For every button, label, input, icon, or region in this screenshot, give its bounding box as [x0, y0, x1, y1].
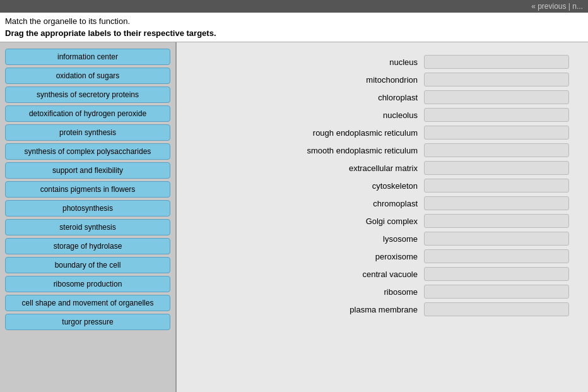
drag-label-5[interactable]: synthesis of complex polysaccharides: [5, 143, 170, 160]
match-row-10: lysosome: [196, 232, 569, 246]
organelle-label-1: mitochondrion: [279, 75, 418, 85]
drag-label-0[interactable]: information center: [5, 49, 170, 65]
match-row-9: Golgi complex: [196, 214, 569, 228]
match-row-6: extracellular matrix: [196, 161, 569, 175]
drag-label-9[interactable]: steroid synthesis: [5, 219, 170, 235]
match-row-3: nucleolus: [196, 108, 569, 122]
drop-target-2[interactable]: [424, 90, 569, 104]
match-row-0: nucleus: [196, 55, 569, 69]
match-row-2: chloroplast: [196, 90, 569, 104]
instruction-area: Match the organelle to its function. Dra…: [0, 13, 588, 42]
drag-label-14[interactable]: turgor pressure: [5, 314, 170, 330]
drop-target-9[interactable]: [424, 214, 569, 228]
drop-target-11[interactable]: [424, 249, 569, 263]
drop-target-1[interactable]: [424, 73, 569, 86]
main-container: information centeroxidation of sugarssyn…: [0, 42, 588, 392]
match-row-5: smooth endoplasmic reticulum: [196, 143, 569, 157]
drop-target-4[interactable]: [424, 126, 569, 140]
match-row-14: plasma membrane: [196, 302, 569, 316]
drag-label-3[interactable]: detoxification of hydrogen peroxide: [5, 105, 170, 122]
drag-label-13[interactable]: cell shape and movement of organelles: [5, 295, 170, 311]
right-panel: nucleusmitochondrionchloroplastnucleolus…: [177, 42, 588, 392]
organelle-label-3: nucleolus: [279, 110, 418, 120]
drag-label-6[interactable]: support and flexibility: [5, 162, 170, 179]
match-row-7: cytoskeleton: [196, 179, 569, 193]
drop-target-5[interactable]: [424, 143, 569, 157]
organelle-label-0: nucleus: [279, 57, 418, 67]
organelle-label-11: peroxisome: [279, 252, 418, 261]
organelle-label-6: extracellular matrix: [279, 163, 418, 173]
drop-target-6[interactable]: [424, 161, 569, 175]
match-row-13: ribosome: [196, 285, 569, 299]
organelle-label-5: smooth endoplasmic reticulum: [279, 146, 418, 155]
match-row-1: mitochondrion: [196, 73, 569, 86]
drop-target-0[interactable]: [424, 55, 569, 69]
drag-label-11[interactable]: boundary of the cell: [5, 257, 170, 273]
drop-target-14[interactable]: [424, 302, 569, 316]
drop-target-10[interactable]: [424, 232, 569, 246]
instruction-line1: Match the organelle to its function.: [5, 16, 583, 26]
organelle-label-9: Golgi complex: [279, 217, 418, 226]
organelle-label-4: rough endoplasmic reticulum: [279, 128, 418, 138]
left-panel: information centeroxidation of sugarssyn…: [0, 42, 177, 392]
drop-target-13[interactable]: [424, 285, 569, 299]
drag-label-12[interactable]: ribosome production: [5, 276, 170, 292]
organelle-label-7: cytoskeleton: [279, 181, 418, 191]
match-row-11: peroxisome: [196, 249, 569, 263]
top-bar: « previous | n...: [0, 0, 588, 13]
drag-label-4[interactable]: protein synthesis: [5, 124, 170, 141]
drop-target-7[interactable]: [424, 179, 569, 193]
organelle-label-10: lysosome: [279, 234, 418, 244]
drop-target-8[interactable]: [424, 196, 569, 210]
drag-label-8[interactable]: photosynthesis: [5, 200, 170, 217]
organelle-label-14: plasma membrane: [279, 305, 418, 314]
match-row-4: rough endoplasmic reticulum: [196, 126, 569, 140]
drop-target-12[interactable]: [424, 267, 569, 281]
drag-label-2[interactable]: synthesis of secretory proteins: [5, 86, 170, 103]
match-row-8: chromoplast: [196, 196, 569, 210]
drag-label-7[interactable]: contains pigments in flowers: [5, 181, 170, 198]
organelle-label-8: chromoplast: [279, 199, 418, 208]
organelle-label-12: central vacuole: [279, 270, 418, 279]
drop-target-3[interactable]: [424, 108, 569, 122]
match-row-12: central vacuole: [196, 267, 569, 281]
organelle-label-13: ribosome: [279, 287, 418, 297]
drag-label-1[interactable]: oxidation of sugars: [5, 68, 170, 84]
organelle-label-2: chloroplast: [279, 93, 418, 102]
instruction-line2: Drag the appropriate labels to their res…: [5, 28, 583, 38]
top-bar-text: « previous | n...: [531, 2, 583, 11]
drag-label-10[interactable]: storage of hydrolase: [5, 238, 170, 254]
